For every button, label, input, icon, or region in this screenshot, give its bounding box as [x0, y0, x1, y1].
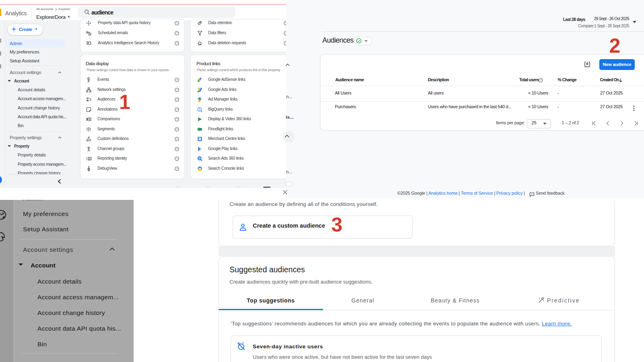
svg-text:?: ? [176, 88, 178, 91]
svg-text:?: ? [540, 78, 541, 82]
svg-text:?: ? [176, 167, 178, 170]
svg-text:?: ? [285, 21, 286, 25]
svg-text:?: ? [176, 137, 178, 141]
svg-text:?: ? [285, 31, 286, 35]
svg-text:?: ? [176, 107, 178, 111]
svg-text:?: ? [176, 127, 178, 131]
svg-text:?: ? [176, 147, 178, 150]
svg-text:?: ? [176, 98, 178, 101]
svg-text:?: ? [176, 21, 178, 25]
svg-text:?: ? [176, 117, 178, 121]
svg-text:?: ? [176, 31, 178, 35]
svg-text:?: ? [176, 78, 178, 82]
svg-text:?: ? [176, 157, 178, 160]
svg-text:?: ? [176, 41, 178, 45]
svg-text:?: ? [285, 41, 286, 45]
